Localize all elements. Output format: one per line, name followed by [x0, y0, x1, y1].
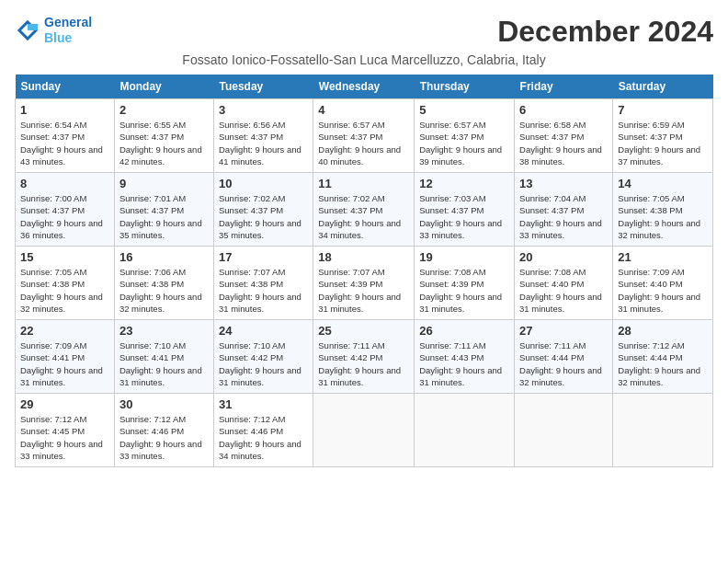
calendar-cell: 22 Sunrise: 7:09 AM Sunset: 4:41 PM Dayl… [16, 320, 115, 394]
day-info: Sunrise: 6:56 AM Sunset: 4:37 PM Dayligh… [219, 119, 308, 167]
day-info: Sunrise: 6:57 AM Sunset: 4:37 PM Dayligh… [318, 119, 409, 167]
day-number: 11 [318, 177, 409, 190]
day-number: 7 [618, 103, 708, 117]
calendar-cell: 20 Sunrise: 7:08 AM Sunset: 4:40 PM Dayl… [515, 247, 613, 320]
logo-icon [15, 17, 40, 43]
day-number: 9 [119, 177, 209, 190]
day-number: 26 [419, 324, 509, 338]
calendar-cell: 10 Sunrise: 7:02 AM Sunset: 4:37 PM Dayl… [213, 173, 313, 247]
day-number: 8 [20, 177, 109, 190]
calendar-cell: 6 Sunrise: 6:58 AM Sunset: 4:37 PM Dayli… [515, 99, 613, 173]
day-info: Sunrise: 6:57 AM Sunset: 4:37 PM Dayligh… [419, 119, 509, 167]
calendar-cell: 3 Sunrise: 6:56 AM Sunset: 4:37 PM Dayli… [213, 99, 313, 173]
header-sunday: Sunday [16, 75, 115, 99]
day-info: Sunrise: 7:03 AM Sunset: 4:37 PM Dayligh… [419, 192, 509, 241]
header-friday: Friday [515, 75, 613, 99]
day-info: Sunrise: 7:09 AM Sunset: 4:41 PM Dayligh… [20, 339, 109, 388]
day-number: 17 [219, 250, 308, 264]
day-info: Sunrise: 7:02 AM Sunset: 4:37 PM Dayligh… [318, 192, 409, 241]
svg-marker-2 [28, 24, 38, 30]
header-row: SundayMondayTuesdayWednesdayThursdayFrid… [16, 75, 713, 99]
day-info: Sunrise: 7:01 AM Sunset: 4:37 PM Dayligh… [119, 192, 209, 241]
day-info: Sunrise: 6:55 AM Sunset: 4:37 PM Dayligh… [119, 119, 209, 167]
calendar-cell: 21 Sunrise: 7:09 AM Sunset: 4:40 PM Dayl… [613, 247, 713, 320]
header-monday: Monday [114, 75, 213, 99]
title-section: December 2024 [497, 15, 713, 49]
calendar-cell: 1 Sunrise: 6:54 AM Sunset: 4:37 PM Dayli… [16, 99, 115, 173]
calendar-cell: 4 Sunrise: 6:57 AM Sunset: 4:37 PM Dayli… [313, 99, 415, 173]
day-info: Sunrise: 7:05 AM Sunset: 4:38 PM Dayligh… [618, 192, 708, 241]
calendar-cell: 7 Sunrise: 6:59 AM Sunset: 4:37 PM Dayli… [613, 99, 713, 173]
calendar-cell: 18 Sunrise: 7:07 AM Sunset: 4:39 PM Dayl… [313, 247, 415, 320]
calendar-cell: 17 Sunrise: 7:07 AM Sunset: 4:38 PM Dayl… [213, 247, 313, 320]
day-number: 20 [519, 250, 608, 264]
day-info: Sunrise: 7:12 AM Sunset: 4:45 PM Dayligh… [20, 413, 109, 462]
week-row-3: 15 Sunrise: 7:05 AM Sunset: 4:38 PM Dayl… [16, 247, 713, 320]
day-info: Sunrise: 7:07 AM Sunset: 4:38 PM Dayligh… [219, 266, 308, 315]
logo-line1: General [44, 15, 92, 29]
day-info: Sunrise: 6:58 AM Sunset: 4:37 PM Dayligh… [519, 119, 608, 167]
calendar-cell [415, 394, 515, 467]
calendar-cell [613, 394, 713, 467]
day-info: Sunrise: 7:07 AM Sunset: 4:39 PM Dayligh… [318, 266, 409, 315]
day-info: Sunrise: 7:00 AM Sunset: 4:37 PM Dayligh… [20, 192, 109, 241]
calendar-cell: 9 Sunrise: 7:01 AM Sunset: 4:37 PM Dayli… [114, 173, 213, 247]
day-number: 1 [20, 103, 109, 117]
week-row-5: 29 Sunrise: 7:12 AM Sunset: 4:45 PM Dayl… [16, 394, 713, 467]
day-info: Sunrise: 7:12 AM Sunset: 4:46 PM Dayligh… [219, 413, 308, 462]
calendar-cell: 27 Sunrise: 7:11 AM Sunset: 4:44 PM Dayl… [515, 320, 613, 394]
day-info: Sunrise: 7:11 AM Sunset: 4:43 PM Dayligh… [419, 339, 509, 388]
day-info: Sunrise: 7:11 AM Sunset: 4:44 PM Dayligh… [519, 339, 608, 388]
header-wednesday: Wednesday [313, 75, 415, 99]
day-number: 22 [20, 324, 109, 338]
calendar-cell: 15 Sunrise: 7:05 AM Sunset: 4:38 PM Dayl… [16, 247, 115, 320]
day-info: Sunrise: 7:02 AM Sunset: 4:37 PM Dayligh… [219, 192, 308, 241]
day-info: Sunrise: 7:08 AM Sunset: 4:40 PM Dayligh… [519, 266, 608, 315]
calendar-cell: 5 Sunrise: 6:57 AM Sunset: 4:37 PM Dayli… [415, 99, 515, 173]
day-info: Sunrise: 6:59 AM Sunset: 4:37 PM Dayligh… [618, 119, 708, 167]
calendar-cell: 24 Sunrise: 7:10 AM Sunset: 4:42 PM Dayl… [213, 320, 313, 394]
header-thursday: Thursday [415, 75, 515, 99]
day-info: Sunrise: 7:04 AM Sunset: 4:37 PM Dayligh… [519, 192, 608, 241]
month-title: December 2024 [497, 15, 713, 49]
week-row-2: 8 Sunrise: 7:00 AM Sunset: 4:37 PM Dayli… [16, 173, 713, 247]
day-number: 24 [219, 324, 308, 338]
calendar-cell: 11 Sunrise: 7:02 AM Sunset: 4:37 PM Dayl… [313, 173, 415, 247]
day-number: 2 [119, 103, 209, 117]
day-number: 6 [519, 103, 608, 117]
header-saturday: Saturday [613, 75, 713, 99]
day-info: Sunrise: 7:06 AM Sunset: 4:38 PM Dayligh… [119, 266, 209, 315]
calendar-cell: 19 Sunrise: 7:08 AM Sunset: 4:39 PM Dayl… [415, 247, 515, 320]
calendar-cell: 13 Sunrise: 7:04 AM Sunset: 4:37 PM Dayl… [515, 173, 613, 247]
calendar-cell: 29 Sunrise: 7:12 AM Sunset: 4:45 PM Dayl… [16, 394, 115, 467]
day-number: 28 [618, 324, 708, 338]
day-number: 16 [119, 250, 209, 264]
calendar-cell [515, 394, 613, 467]
logo: General Blue [15, 15, 92, 46]
calendar-cell: 30 Sunrise: 7:12 AM Sunset: 4:46 PM Dayl… [114, 394, 213, 467]
day-number: 13 [519, 177, 608, 190]
day-number: 10 [219, 177, 308, 190]
day-number: 27 [519, 324, 608, 338]
page-header: General Blue December 2024 [15, 15, 713, 49]
day-number: 21 [618, 250, 708, 264]
day-number: 4 [318, 103, 409, 117]
week-row-1: 1 Sunrise: 6:54 AM Sunset: 4:37 PM Dayli… [16, 99, 713, 173]
day-number: 5 [419, 103, 509, 117]
calendar-cell: 31 Sunrise: 7:12 AM Sunset: 4:46 PM Dayl… [213, 394, 313, 467]
calendar-cell: 25 Sunrise: 7:11 AM Sunset: 4:42 PM Dayl… [313, 320, 415, 394]
calendar-cell: 12 Sunrise: 7:03 AM Sunset: 4:37 PM Dayl… [415, 173, 515, 247]
day-info: Sunrise: 7:09 AM Sunset: 4:40 PM Dayligh… [618, 266, 708, 315]
calendar-cell: 14 Sunrise: 7:05 AM Sunset: 4:38 PM Dayl… [613, 173, 713, 247]
day-info: Sunrise: 7:10 AM Sunset: 4:42 PM Dayligh… [219, 339, 308, 388]
calendar-cell: 28 Sunrise: 7:12 AM Sunset: 4:44 PM Dayl… [613, 320, 713, 394]
day-number: 25 [318, 324, 409, 338]
day-number: 3 [219, 103, 308, 117]
week-row-4: 22 Sunrise: 7:09 AM Sunset: 4:41 PM Dayl… [16, 320, 713, 394]
calendar-cell: 8 Sunrise: 7:00 AM Sunset: 4:37 PM Dayli… [16, 173, 115, 247]
calendar-cell: 23 Sunrise: 7:10 AM Sunset: 4:41 PM Dayl… [114, 320, 213, 394]
day-info: Sunrise: 7:05 AM Sunset: 4:38 PM Dayligh… [20, 266, 109, 315]
day-info: Sunrise: 7:12 AM Sunset: 4:44 PM Dayligh… [618, 339, 708, 388]
day-number: 30 [119, 397, 209, 411]
day-info: Sunrise: 7:08 AM Sunset: 4:39 PM Dayligh… [419, 266, 509, 315]
